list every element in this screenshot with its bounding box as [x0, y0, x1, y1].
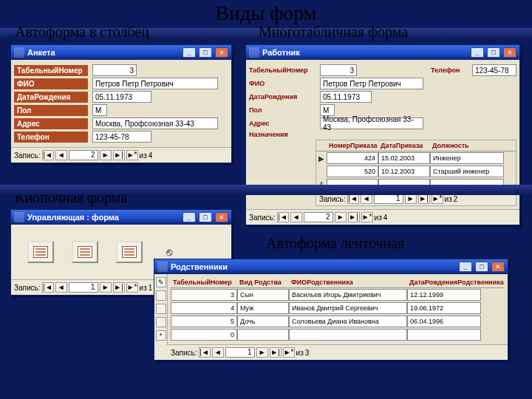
- nav-first[interactable]: |◄: [347, 194, 359, 204]
- row-selector-icon[interactable]: ▶: [316, 154, 327, 163]
- nav-current[interactable]: 2: [304, 212, 333, 222]
- nav-first[interactable]: |◄: [42, 282, 54, 293]
- cell-num[interactable]: 424: [327, 152, 378, 164]
- cell-tab[interactable]: 4: [171, 302, 237, 314]
- cell-date[interactable]: 10.12.2003: [378, 166, 430, 177]
- nav-prev[interactable]: ◄: [55, 282, 67, 293]
- form-button-3[interactable]: [116, 241, 143, 263]
- nav-last[interactable]: ►|: [113, 150, 125, 160]
- field-pol[interactable]: М: [92, 104, 107, 116]
- form-button-1[interactable]: [27, 241, 54, 263]
- nav-first[interactable]: |◄: [42, 150, 54, 160]
- cell-num[interactable]: [327, 179, 378, 191]
- nav-current[interactable]: 1: [374, 194, 403, 204]
- cell-dob[interactable]: 06.04.1996: [407, 316, 481, 327]
- nav-total: 2: [454, 195, 458, 203]
- nav-new[interactable]: ►*: [361, 212, 373, 222]
- close-button[interactable]: ×: [503, 47, 516, 58]
- field-fio[interactable]: Петров Петр Петрович: [320, 78, 423, 89]
- nav-current[interactable]: 1: [69, 282, 98, 293]
- new-icon[interactable]: *: [156, 330, 166, 341]
- maximize-button[interactable]: □: [487, 47, 500, 58]
- nav-first[interactable]: |◄: [277, 212, 289, 222]
- minimize-button[interactable]: _: [459, 262, 472, 272]
- nav-new[interactable]: ►*: [126, 150, 138, 160]
- nav-current[interactable]: 2: [69, 150, 98, 160]
- nav-next[interactable]: ►: [100, 150, 112, 160]
- nav-new[interactable]: ►*: [283, 347, 295, 358]
- cell-pos[interactable]: [430, 179, 504, 191]
- nav-last[interactable]: ►|: [270, 347, 282, 358]
- cell-date[interactable]: [378, 179, 430, 191]
- field-dob[interactable]: 05.11.1973: [320, 91, 372, 103]
- table-row[interactable]: 4 Муж Иванов Дмитрий Сергеевич 19.06.197…: [171, 301, 505, 315]
- nav-next[interactable]: ►: [100, 282, 112, 293]
- tool-icon[interactable]: [156, 290, 166, 301]
- cell-dob[interactable]: 12.12.1999: [407, 289, 481, 301]
- close-button[interactable]: ×: [491, 262, 505, 272]
- field-tel[interactable]: 123-45-78: [472, 64, 516, 76]
- tool-icon[interactable]: [156, 317, 166, 327]
- caption-multitable: Многотабличная форма: [259, 24, 408, 41]
- pencil-icon[interactable]: ✎: [156, 277, 166, 287]
- minimize-button[interactable]: _: [183, 212, 196, 222]
- field-addr[interactable]: Москва, Профсоюзная 33-43: [320, 117, 423, 129]
- maximize-button[interactable]: □: [475, 262, 488, 272]
- field-pol[interactable]: М: [320, 104, 335, 116]
- nav-next[interactable]: ►: [405, 194, 417, 204]
- new-row-icon: *: [316, 181, 327, 189]
- field-addr[interactable]: Москва, Профсоюзная 33-43: [92, 117, 218, 129]
- nav-prev[interactable]: ◄: [361, 194, 372, 204]
- nav-next[interactable]: ►: [256, 347, 268, 358]
- nav-current[interactable]: 1: [225, 347, 255, 358]
- form-button-2[interactable]: [72, 241, 98, 263]
- cell-tab[interactable]: 0: [171, 329, 237, 341]
- cell-date[interactable]: 15.02.2003: [378, 152, 430, 164]
- nav-of: из: [375, 214, 382, 222]
- nav-first[interactable]: |◄: [199, 347, 211, 358]
- cell-vid[interactable]: Дочь: [237, 316, 289, 327]
- cell-tab[interactable]: 5: [171, 316, 237, 327]
- cell-pos[interactable]: Старший инженер: [430, 166, 504, 177]
- field-tabno[interactable]: 3: [92, 64, 137, 76]
- cell-vid[interactable]: Муж: [237, 302, 289, 314]
- cell-vid[interactable]: [237, 329, 289, 341]
- nav-last[interactable]: ►|: [113, 282, 125, 293]
- cell-fio[interactable]: [289, 329, 407, 341]
- cell-fio[interactable]: Васильев Игорь Дмитриевич: [289, 289, 407, 301]
- minimize-button[interactable]: _: [183, 47, 196, 58]
- table-row[interactable]: 3 Сын Васильев Игорь Дмитриевич 12.12.19…: [171, 288, 505, 301]
- nav-new[interactable]: ►*: [126, 282, 138, 293]
- close-button[interactable]: ×: [215, 212, 228, 222]
- nav-prev[interactable]: ◄: [212, 347, 224, 358]
- table-row[interactable]: 5 Дочь Соловьева Диана Ивановна 06.04.19…: [171, 315, 505, 328]
- subform-row-new[interactable]: *: [316, 178, 516, 191]
- nav-last[interactable]: ►|: [348, 212, 360, 222]
- minimize-button[interactable]: _: [471, 47, 484, 58]
- subform-row[interactable]: ▶ 424 15.02.2003 Инженер: [316, 151, 516, 165]
- cell-tab[interactable]: 3: [171, 289, 237, 301]
- cell-pos[interactable]: Инженер: [430, 152, 504, 164]
- nav-next[interactable]: ►: [335, 212, 347, 222]
- nav-new[interactable]: ►*: [432, 194, 443, 204]
- field-tabno[interactable]: 3: [320, 64, 357, 76]
- nav-label: Запись:: [319, 195, 346, 203]
- field-fio[interactable]: Петров Петр Петрович: [92, 78, 218, 89]
- close-button[interactable]: ×: [215, 47, 228, 58]
- nav-last[interactable]: ►|: [418, 194, 430, 204]
- maximize-button[interactable]: □: [199, 47, 212, 58]
- subform-row[interactable]: 520 10.12.2003 Старший инженер: [316, 165, 516, 178]
- cell-dob[interactable]: [407, 329, 481, 341]
- nav-prev[interactable]: ◄: [55, 150, 67, 160]
- field-tel[interactable]: 123-45-78: [92, 131, 151, 143]
- cell-fio[interactable]: Иванов Дмитрий Сергеевич: [289, 302, 407, 314]
- cell-fio[interactable]: Соловьева Диана Ивановна: [289, 316, 407, 327]
- tool-icon[interactable]: [156, 304, 166, 314]
- cell-vid[interactable]: Сын: [237, 289, 289, 301]
- cell-dob[interactable]: 19.06.1972: [407, 302, 481, 314]
- cell-num[interactable]: 520: [327, 166, 378, 177]
- table-row-new[interactable]: 0: [171, 328, 505, 341]
- maximize-button[interactable]: □: [199, 212, 212, 222]
- field-dob[interactable]: 05.11.1973: [92, 91, 151, 103]
- nav-prev[interactable]: ◄: [290, 212, 302, 222]
